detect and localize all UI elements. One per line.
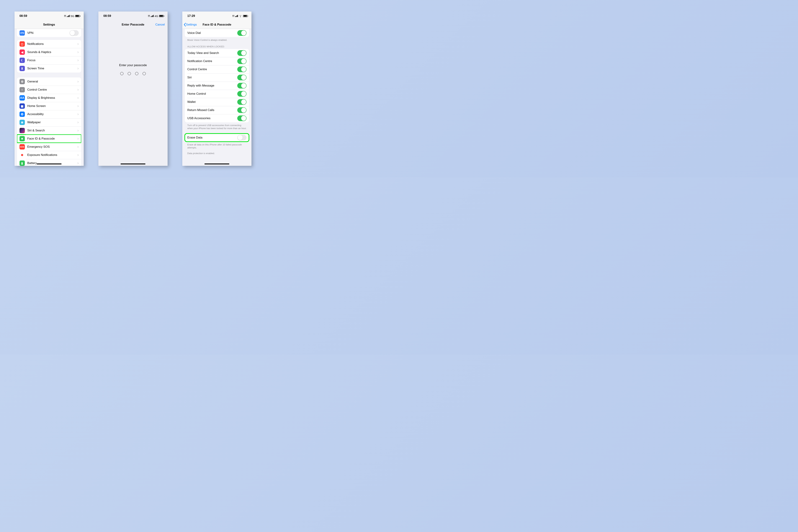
focus-icon: ☾: [19, 58, 25, 63]
passcode-dot: [120, 72, 124, 75]
row-homec[interactable]: Home Control: [185, 90, 249, 98]
row-display[interactable]: AADisplay & Brightness›: [17, 94, 81, 102]
homec-toggle[interactable]: [237, 91, 247, 97]
missed-toggle[interactable]: [237, 107, 247, 113]
row-label: General: [27, 80, 76, 83]
row-wallet[interactable]: Wallet: [185, 98, 249, 106]
row-siri[interactable]: Siri: [185, 73, 249, 81]
battery-icon: [75, 15, 80, 17]
row-label: Sounds & Haptics: [27, 50, 76, 54]
home-indicator[interactable]: [120, 164, 146, 165]
dual-sim-icon: [232, 15, 234, 17]
battery-icon: ▮: [19, 160, 25, 166]
row-label: Return Missed Calls: [187, 108, 237, 112]
status-bar: 08:59 4G: [98, 12, 168, 20]
ccentre-toggle[interactable]: [237, 66, 247, 72]
row-notifc[interactable]: Notification Centre: [185, 57, 249, 65]
battery-icon: [159, 15, 164, 17]
row-label: Accessibility: [27, 112, 76, 116]
network-label: 4G: [155, 15, 158, 18]
cellular-signal-icon: [151, 15, 154, 17]
home-indicator[interactable]: [37, 164, 61, 165]
row-access[interactable]: ✪Accessibility›: [17, 110, 81, 118]
row-ccentre[interactable]: Control Centre: [185, 65, 249, 73]
access-icon: ✪: [19, 112, 25, 117]
passcode-dot: [135, 72, 138, 75]
row-battery[interactable]: ▮Battery›: [17, 159, 81, 166]
erase-data-toggle[interactable]: [237, 135, 247, 140]
row-siri[interactable]: Siri & Search›: [17, 127, 81, 135]
protection-footer: Data protection is enabled.: [182, 149, 251, 155]
usb-toggle[interactable]: [237, 115, 247, 121]
chevron-right-icon: ›: [77, 96, 79, 100]
row-sounds[interactable]: ◀Sounds & Haptics›: [17, 48, 81, 56]
wall-icon: ❀: [19, 120, 25, 125]
siri-icon: [19, 128, 25, 133]
row-label: Face ID & Passcode: [27, 137, 76, 140]
siri-toggle[interactable]: [237, 75, 247, 80]
row-label: Siri & Search: [27, 129, 76, 132]
status-time: 17:29: [187, 14, 195, 18]
home-indicator[interactable]: [205, 164, 229, 165]
vpn-toggle[interactable]: [70, 30, 79, 36]
row-reply[interactable]: Reply with Message: [185, 81, 249, 90]
group-voice-dial: Voice Dial: [185, 29, 249, 37]
row-label: Today View and Search: [187, 51, 237, 55]
row-label: Voice Dial: [187, 31, 237, 35]
row-today[interactable]: Today View and Search: [185, 49, 249, 57]
status-time: 08:59: [103, 14, 111, 18]
row-label: Home Screen: [27, 104, 76, 108]
wallet-toggle[interactable]: [237, 99, 247, 105]
voice-dial-toggle[interactable]: [237, 30, 247, 36]
row-faceid[interactable]: ☻Face ID & Passcode›: [17, 135, 81, 143]
row-erase-data[interactable]: Erase Data: [185, 134, 249, 142]
chevron-right-icon: ›: [77, 66, 79, 71]
chevron-right-icon: ›: [77, 42, 79, 46]
row-screentime[interactable]: ⧗Screen Time›: [17, 64, 81, 73]
row-voice-dial[interactable]: Voice Dial: [185, 29, 249, 37]
row-focus[interactable]: ☾Focus›: [17, 56, 81, 64]
row-exposure[interactable]: ✺Exposure Notifications›: [17, 151, 81, 159]
row-label: USB Accessories: [187, 116, 237, 120]
chevron-right-icon: ›: [77, 120, 79, 125]
passcode-prompt: Enter your passcode: [119, 63, 147, 67]
display-icon: AA: [19, 95, 25, 100]
row-wall[interactable]: ❀Wallpaper›: [17, 118, 81, 127]
nav-title: Face ID & Passcode: [203, 23, 231, 26]
faceid-content[interactable]: Voice Dial Music Voice Control is always…: [182, 29, 251, 166]
group-allow-access: Today View and SearchNotification Centre…: [185, 49, 249, 122]
notifc-toggle[interactable]: [237, 58, 247, 64]
row-label: Control Centre: [27, 88, 76, 92]
row-usb[interactable]: USB Accessories: [185, 114, 249, 122]
settings-content[interactable]: VPN VPN ◻Notifications›◀Sounds & Haptics…: [15, 29, 84, 166]
row-vpn[interactable]: VPN VPN: [17, 29, 81, 37]
row-label: Battery: [27, 162, 76, 165]
row-sos[interactable]: SOSEmergency SOS›: [17, 143, 81, 151]
battery-icon: [243, 15, 248, 17]
today-toggle[interactable]: [237, 50, 247, 56]
cancel-button[interactable]: Cancel: [155, 23, 165, 26]
notifications-icon: ◻: [19, 41, 25, 46]
row-label: VPN: [27, 31, 70, 35]
row-label: Siri: [187, 76, 237, 79]
passcode-dot: [128, 72, 131, 75]
row-control[interactable]: ⁘Control Centre›: [17, 86, 81, 94]
row-label: Notification Centre: [187, 59, 237, 63]
passcode-area: Enter your passcode: [98, 29, 168, 166]
chevron-right-icon: ›: [77, 153, 79, 157]
reply-toggle[interactable]: [237, 83, 247, 89]
phone-faceid: 17:29 Settings Face ID & Passcode Voice …: [182, 12, 251, 166]
chevron-right-icon: ›: [77, 58, 79, 63]
phone-settings: 08:59 5G Settings VPN VPN ◻Notifications…: [15, 12, 84, 166]
back-button[interactable]: Settings: [184, 23, 197, 26]
row-label: Reply with Message: [187, 84, 237, 88]
vpn-icon: VPN: [19, 30, 25, 36]
voice-dial-footer: Music Voice Control is always enabled.: [182, 37, 251, 42]
row-missed[interactable]: Return Missed Calls: [185, 106, 249, 114]
row-notifications[interactable]: ◻Notifications›: [17, 40, 81, 48]
row-general[interactable]: ⚙General›: [17, 77, 81, 86]
exposure-icon: ✺: [19, 152, 25, 158]
wifi-icon: [239, 15, 242, 17]
row-label: Notifications: [27, 42, 76, 46]
row-home[interactable]: ▦Home Screen›: [17, 102, 81, 110]
